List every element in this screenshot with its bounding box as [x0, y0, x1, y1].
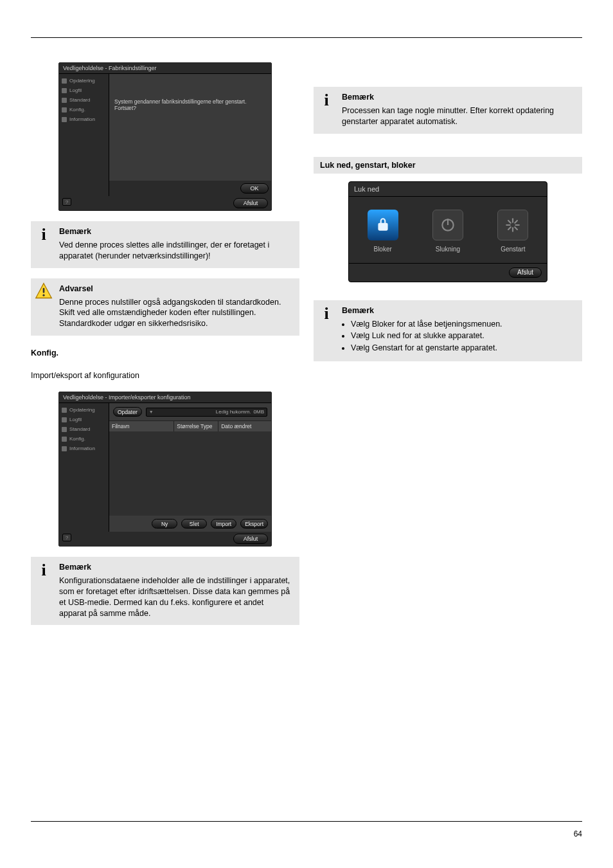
note-body: Bemærk Processen kan tage nogle minutter… [339, 87, 582, 134]
file-table: Filnavn Størrelse Type Dato ændret [109, 421, 271, 516]
power-footer: Afslut [349, 263, 547, 282]
close-button[interactable]: Afslut [233, 534, 268, 544]
file-icon [62, 88, 67, 93]
svg-line-9 [508, 221, 511, 223]
nav-item[interactable]: Logfil [62, 87, 106, 93]
bullet-restart: Vælg Genstart for at genstarte apparatet… [351, 343, 502, 354]
info-icon [62, 446, 67, 451]
note-body: Bemærk Konfigurationsdataene indeholder … [57, 557, 299, 625]
info-icon [62, 117, 67, 122]
delete-button[interactable]: Slet [181, 519, 207, 529]
warning-box: Advarsel Denne proces nulstiller også ad… [31, 278, 299, 336]
window-main: System gendanner fabriksindstillingerne … [109, 74, 271, 196]
arrows-icon [62, 98, 67, 103]
new-button[interactable]: Ny [152, 519, 177, 529]
power-overlay: Luk ned Bloker Slukning [348, 181, 547, 282]
col-size-type: Størrelse Type [174, 421, 218, 431]
restart-icon [497, 210, 528, 240]
factory-message: System gendanner fabriksindstillingerne … [109, 74, 271, 111]
info-icon: i [314, 300, 339, 362]
note-text: Konfigurationsdataene indeholder alle de… [59, 575, 293, 619]
svg-line-11 [508, 227, 511, 230]
spacer [314, 141, 582, 149]
note-factory: i Bemærk Ved denne proces slettes alle i… [31, 221, 299, 268]
window-sidebar: Opdatering Logfil Standard Konfig. Infor… [59, 403, 109, 532]
bullet-shutdown: Vælg Luk ned for at slukke apparatet. [351, 330, 502, 341]
ok-button[interactable]: OK [240, 183, 269, 194]
lock-icon [368, 210, 398, 240]
col-filename: Filnavn [109, 421, 174, 431]
note-text: Ved denne proces slettes alle indstillin… [59, 240, 293, 262]
note-title: Bemærk [59, 562, 293, 573]
refresh-button[interactable]: Opdater [113, 407, 142, 417]
wrench-icon [62, 107, 67, 113]
note-body: Bemærk Vælg Bloker for at låse betjening… [339, 300, 509, 362]
note-update-time: i Bemærk Processen kan tage nogle minutt… [314, 87, 582, 134]
note-title: Bemærk [342, 305, 502, 316]
arrows-icon [62, 427, 67, 432]
screenshot-factory-window: Vedligeholdelse - Fabriksindstillinger O… [58, 62, 272, 211]
lock-label: Bloker [373, 246, 391, 253]
content: Vedligeholdelse - Fabriksindstillinger O… [31, 62, 582, 625]
shutdown-label: Slukning [436, 246, 460, 253]
close-button[interactable]: Afslut [233, 198, 268, 208]
info-icon: i [31, 557, 57, 625]
window-main: Opdater Ledig hukomm. 0MB Filnavn Større… [109, 403, 271, 532]
free-memory-label: Ledig hukomm. [216, 409, 251, 415]
window-footer: ? Afslut [59, 532, 271, 546]
shutdown-option[interactable]: Slukning [432, 210, 463, 253]
wrench-icon [62, 437, 67, 442]
col-date: Dato ændret [218, 421, 271, 431]
section-title: Luk ned, genstart, bloker [320, 161, 416, 170]
close-button[interactable]: Afslut [509, 267, 542, 278]
nav-item[interactable]: Opdatering [62, 407, 106, 413]
window-title: Vedligeholdelse - Fabriksindstillinger [59, 63, 271, 74]
window-title: Vedligeholdelse - Importer/eksporter kon… [59, 392, 271, 403]
power-row: Bloker Slukning Genstart [349, 197, 547, 263]
note-text: Denne proces nulstiller også adgangskode… [59, 297, 293, 330]
window-body: Opdatering Logfil Standard Konfig. Infor… [59, 403, 271, 532]
help-button[interactable]: ? [62, 534, 71, 541]
restart-option[interactable]: Genstart [497, 210, 528, 253]
window-body: Opdatering Logfil Standard Konfig. Infor… [59, 74, 271, 196]
nav-item[interactable]: Standard [62, 97, 106, 103]
heading-konfig: Konfig. [31, 348, 299, 357]
nav-item[interactable]: Information [62, 446, 106, 451]
window-sidebar: Opdatering Logfil Standard Konfig. Infor… [59, 74, 109, 196]
nav-item[interactable]: Information [62, 116, 106, 122]
power-title: Luk ned [349, 182, 547, 197]
left-column: Vedligeholdelse - Fabriksindstillinger O… [31, 62, 299, 625]
svg-rect-1 [43, 287, 45, 293]
help-button[interactable]: ? [62, 198, 71, 206]
restart-label: Genstart [501, 246, 525, 253]
warning-icon [31, 278, 57, 336]
svg-rect-4 [447, 219, 449, 225]
grid-icon [62, 408, 67, 413]
nav-item[interactable]: Opdatering [62, 78, 106, 84]
nav-item[interactable]: Konfig. [62, 436, 106, 442]
grid-icon [62, 78, 67, 84]
footer-divider [31, 821, 582, 822]
power-bullet-list: Vælg Bloker for at låse betjeningsmenuen… [351, 319, 502, 354]
toolbar: Opdater Ledig hukomm. 0MB [109, 403, 271, 421]
page: Vedligeholdelse - Fabriksindstillinger O… [0, 0, 613, 868]
free-memory-dropdown[interactable]: Ledig hukomm. 0MB [146, 408, 267, 417]
note-title: Bemærk [342, 92, 576, 103]
free-memory-value: 0MB [254, 409, 264, 415]
info-icon: i [31, 221, 57, 268]
note-body: Bemærk Ved denne proces slettes alle ind… [57, 221, 299, 268]
window-button-row: OK [109, 181, 271, 196]
note-power: i Bemærk Vælg Bloker for at låse betjeni… [314, 300, 582, 362]
right-column: i Bemærk Processen kan tage nogle minutt… [314, 62, 582, 625]
lock-option[interactable]: Bloker [368, 210, 398, 253]
nav-item[interactable]: Standard [62, 426, 106, 432]
export-button[interactable]: Eksport [240, 519, 268, 529]
nav-item[interactable]: Logfil [62, 417, 106, 422]
note-title: Advarsel [59, 284, 293, 294]
file-icon [62, 417, 67, 422]
import-button[interactable]: Import [211, 519, 236, 529]
svg-line-10 [515, 227, 518, 230]
nav-item[interactable]: Konfig. [62, 107, 106, 113]
heading-import-export: Import/eksport af konfiguration [31, 370, 299, 381]
section-shutdown-heading: Luk ned, genstart, bloker [314, 157, 582, 174]
